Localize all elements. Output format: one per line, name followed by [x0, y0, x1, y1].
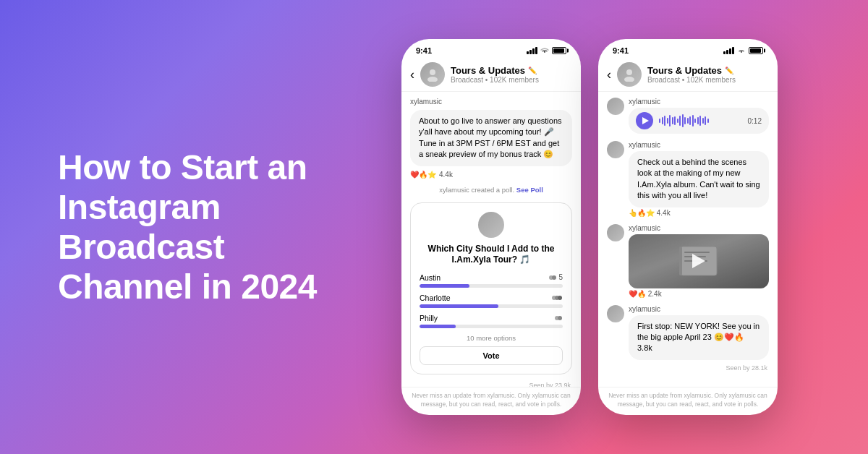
footer-notice-2: Never miss an update from xylamusic. Onl… — [598, 387, 778, 415]
poll-option-1: Austin 5 — [420, 273, 563, 288]
svg-point-9 — [626, 69, 632, 75]
channel-sub-2: Broadcast • 102K members — [647, 76, 769, 84]
play-button[interactable] — [636, 112, 653, 129]
sender-avatar-2c — [607, 224, 624, 241]
footer-notice-1: Never miss an update from xylamusic. Onl… — [401, 387, 581, 415]
left-content: How to Start an Instagram Broadcast Chan… — [58, 147, 369, 307]
sender-name-1: xylamusic — [401, 98, 581, 106]
sender-name-2c: xylamusic — [629, 224, 769, 232]
seen-text-1: Seen by 23.9k — [401, 380, 581, 387]
voters-icon-2 — [551, 295, 563, 301]
svg-point-8 — [558, 316, 562, 320]
voters-icon-3 — [554, 315, 563, 321]
headline-line2: Instagram Broadcast — [58, 188, 224, 266]
poll-bar-track-3 — [420, 325, 563, 328]
poll-avatar — [478, 212, 504, 238]
reactions-1: ❤️🔥⭐ ❤️🔥⭐ 4.4k 4.4k — [401, 169, 581, 180]
signal-icon-2 — [723, 47, 734, 54]
avatar-image-2 — [622, 67, 637, 82]
channel-info-2: Tours & Updates ✏️ Broadcast • 102K memb… — [647, 65, 769, 84]
sender-name-2d: xylamusic — [629, 305, 769, 313]
status-bar-1: 9:41 — [401, 39, 581, 58]
wifi-icon — [540, 47, 549, 54]
edit-icon-1: ✏️ — [528, 67, 537, 74]
audio-message-row: xylamusic — [598, 98, 778, 134]
svg-point-10 — [624, 77, 634, 82]
sender-name-2b: xylamusic — [629, 141, 769, 149]
channel-sub-1: Broadcast • 102K members — [451, 76, 572, 84]
svg-point-0 — [430, 69, 435, 75]
sender-avatar-2a — [607, 98, 624, 115]
divider-text-1: xylamusic created a poll. See Poll — [401, 183, 581, 197]
edit-icon-2: ✏️ — [725, 67, 733, 74]
channel-info-1: Tours & Updates ✏️ Broadcast • 102K memb… — [451, 65, 572, 84]
sender-name-2a: xylamusic — [629, 98, 769, 106]
poll-bar-track-2 — [420, 304, 563, 308]
reactions-2c: ❤️🔥 2.4k — [629, 288, 769, 299]
avatar-image-1 — [425, 67, 440, 82]
battery-icon-2 — [749, 47, 763, 54]
poll-bar-fill-1 — [420, 284, 469, 288]
sender-avatar-2b — [607, 141, 624, 158]
poll-bar-fill-3 — [420, 325, 456, 328]
svg-point-1 — [427, 77, 438, 82]
back-arrow-2[interactable]: ‹ — [607, 67, 611, 82]
voters-icon-1 — [548, 275, 557, 280]
message-row-2b: xylamusic Check out a behind the scenes … — [598, 141, 778, 218]
time-1: 9:41 — [416, 46, 432, 55]
phone-2: 9:41 ‹ — [598, 39, 778, 415]
poll-option-2: Charlotte — [420, 294, 563, 308]
reactions-2b: 👆🔥⭐ 4.4k — [629, 207, 769, 218]
time-2: 9:41 — [613, 46, 629, 55]
svg-point-3 — [552, 275, 556, 280]
svg-point-6 — [558, 296, 562, 300]
poll-card: Which City Should I Add to the I.Am.Xyla… — [410, 202, 572, 374]
headline-line1: How to Start an — [58, 148, 307, 187]
audio-bubble: 0:12 — [629, 108, 769, 134]
seen-text-2: Seen by 28.1k — [598, 363, 778, 373]
phone-1: 9:41 ‹ — [401, 39, 581, 415]
poll-question: Which City Should I Add to the I.Am.Xyla… — [420, 244, 563, 266]
headline-line3: Channel in 2024 — [58, 267, 317, 306]
audio-waveform — [659, 113, 742, 128]
message-bubble-1: About to go live to answer any questions… — [410, 110, 572, 166]
channel-header-2: ‹ Tours & Updates ✏️ Broadcast • 102K m — [598, 58, 778, 92]
main-headline: How to Start an Instagram Broadcast Chan… — [58, 147, 340, 307]
message-bubble-2b: Check out a behind the scenes look at th… — [629, 151, 769, 207]
media-message-row: xylamusic — [598, 224, 778, 299]
channel-avatar-2 — [617, 62, 642, 87]
page-background: How to Start an Instagram Broadcast Chan… — [0, 0, 868, 454]
signal-icon — [527, 47, 537, 54]
back-arrow-1[interactable]: ‹ — [410, 67, 414, 82]
messages-area-1: xylamusic About to go live to answer any… — [401, 92, 581, 387]
poll-bar-fill-2 — [420, 304, 498, 308]
more-options: 10 more options — [420, 334, 563, 342]
poll-avatar-row — [420, 212, 563, 238]
channel-name-1: Tours & Updates ✏️ — [451, 65, 572, 76]
status-icons-1 — [527, 47, 566, 54]
channel-header-1: ‹ Tours & Updates ✏️ Broadcast • 102K m — [401, 58, 581, 92]
play-triangle-icon — [642, 117, 649, 124]
poll-option-3: Philly — [420, 314, 563, 328]
wifi-icon-2 — [737, 47, 746, 54]
audio-duration: 0:12 — [748, 117, 762, 125]
battery-icon — [552, 47, 566, 54]
message-row-2d: xylamusic First stop: NEW YORK! See you … — [598, 305, 778, 360]
channel-avatar-1 — [420, 62, 445, 87]
poll-bar-track-1 — [420, 284, 563, 288]
channel-name-2: Tours & Updates ✏️ — [647, 65, 769, 76]
phones-container: 9:41 ‹ — [369, 0, 810, 454]
media-thumbnail — [629, 234, 769, 288]
play-overlay-icon — [692, 254, 705, 268]
see-poll-link[interactable]: See Poll — [516, 186, 543, 194]
sender-avatar-2d — [607, 305, 624, 322]
media-overlay — [629, 234, 769, 288]
message-bubble-2d: First stop: NEW YORK! See you in the big… — [629, 315, 769, 360]
messages-area-2: xylamusic — [598, 92, 778, 387]
vote-button[interactable]: Vote — [420, 346, 563, 365]
status-bar-2: 9:41 — [598, 39, 778, 58]
status-icons-2 — [723, 47, 763, 54]
